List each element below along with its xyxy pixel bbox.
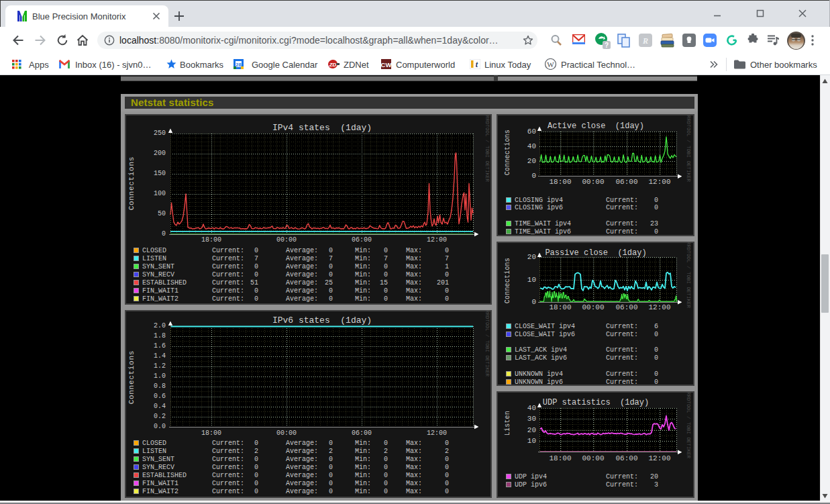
svg-text:R: R [642, 36, 648, 46]
svg-text:ZD: ZD [329, 62, 337, 68]
svg-text:28: 28 [236, 62, 241, 68]
svg-text:W: W [547, 60, 554, 68]
svg-text:?: ? [605, 42, 609, 49]
svg-text:CW: CW [381, 61, 391, 68]
